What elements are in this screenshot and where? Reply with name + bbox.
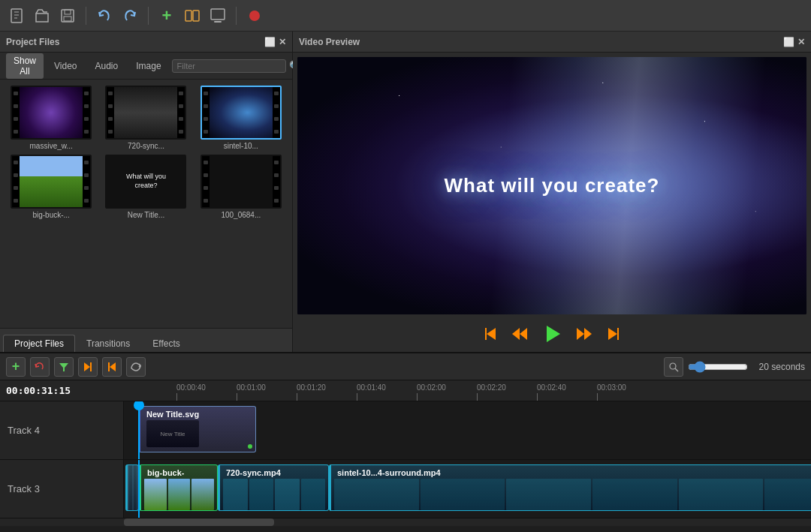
thumb-item-3[interactable]: sintel-10... [196,86,286,150]
timeline-undo-button[interactable] [30,357,50,377]
timeline-zoom-icon [664,357,683,377]
filter-image[interactable]: Image [128,59,168,74]
thumb-label-4: big-buck-... [32,211,69,219]
svg-point-26 [670,363,676,369]
main-toolbar: + [0,0,811,32]
svg-point-11 [249,11,260,21]
current-time-display: 00:00:31:15 [6,385,71,396]
rewind-to-start-button[interactable] [481,325,499,343]
redo-button[interactable] [119,5,140,26]
thumb-label-3: sintel-10... [224,142,258,150]
svg-marker-24 [108,362,110,371]
separator-3 [236,7,237,25]
video-preview-title: Video Preview [299,37,360,47]
vp-minimize-icon[interactable]: ⬜ [783,37,794,47]
filter-audio[interactable]: Audio [88,59,126,74]
open-file-button[interactable] [32,5,53,26]
svg-marker-21 [59,363,68,371]
ruler-mark-2: 00:01:20 [297,383,326,392]
ruler-tick-2 [297,393,297,401]
track-3-label: Track 3 [0,460,124,518]
separator-2 [148,7,149,25]
timeline-panel: + 20 seconds 00:00:31:15 00 [0,352,811,532]
thumb-item-4[interactable]: big-buck-... [6,155,96,219]
clip-sintel[interactable]: sintel-10...4-surround.mp4 [329,464,811,511]
clip-new-title-label: New Title.svg [146,410,199,419]
ruler-mark-1: 00:01:00 [237,383,266,392]
track-4-label: Track 4 [0,401,124,459]
save-file-button[interactable] [57,5,78,26]
tab-effects[interactable]: Effects [141,335,191,352]
ruler-mark-3: 00:01:40 [357,383,386,392]
track-4-clips: New Title.svg New Title [124,401,811,459]
filter-show-all[interactable]: Show All [6,53,44,79]
tab-transitions[interactable]: Transitions [75,335,141,352]
ruler-tick-6 [537,393,538,401]
clip-sintel-label: sintel-10...4-surround.mp4 [337,468,441,477]
record-button[interactable] [244,5,265,26]
vp-close-icon[interactable]: ✕ [797,37,805,47]
svg-line-27 [675,368,678,371]
svg-marker-22 [90,362,92,371]
main-area: Project Files ⬜ ✕ Show All Video Audio I… [0,32,811,352]
svg-rect-5 [65,10,71,14]
svg-marker-17 [577,328,584,340]
svg-rect-10 [214,21,222,23]
undo-button[interactable] [94,5,115,26]
pf-minimize-icon[interactable]: ⬜ [264,37,276,47]
play-button[interactable] [541,323,563,345]
ruler-tick-3 [357,393,357,401]
add-media-button[interactable]: + [156,5,177,26]
thumb-item-1[interactable]: massive_w... [6,86,96,150]
fast-forward-to-end-button[interactable] [605,325,623,343]
clip-big-buck-label: big-buck- [147,468,185,477]
tabs-row: Project Files Transitions Effects [0,328,292,352]
ruler-tick-0 [176,393,177,401]
thumb-label-2: 720-sync... [128,142,164,150]
right-panel: Video Preview ⬜ ✕ What will you create? [293,32,811,352]
ruler-tick-4 [417,393,418,401]
ruler-mark-5: 00:02:20 [477,383,506,392]
thumb-item-5[interactable]: What will you create? New Title... [101,155,191,219]
clip-keyframe-dot [248,444,252,449]
fast-forward-button[interactable] [575,325,593,343]
thumb-item-2[interactable]: 720-sync... [101,86,191,150]
track-3-clips: big-buck- 720-sync.mp4 [124,460,811,518]
svg-rect-9 [211,9,225,20]
clip-new-title-svg[interactable]: New Title.svg New Title [138,406,256,452]
clip-big-buck[interactable]: big-buck- [139,464,218,511]
clip-720-sync[interactable]: 720-sync.mp4 [218,464,329,511]
rewind-button[interactable] [511,325,529,343]
timeline-loop-button[interactable] [126,357,146,377]
new-file-button[interactable] [6,5,27,26]
video-preview-canvas: What will you create? [297,57,806,314]
video-preview-header: Video Preview ⬜ ✕ [293,32,811,53]
svg-marker-20 [617,328,619,340]
timeline-scrollbar[interactable] [0,518,811,526]
thumb-item-6[interactable]: 100_0684... [196,155,286,219]
tab-project-files[interactable]: Project Files [3,335,75,352]
timeline-jump-end-button[interactable] [102,357,122,377]
timeline-jump-start-button[interactable] [78,357,98,377]
timeline-toolbar: + 20 seconds [0,353,811,380]
svg-rect-7 [185,11,191,21]
timeline-add-track-button[interactable]: + [6,357,26,377]
thumb-label-1: massive_w... [30,142,73,150]
svg-marker-16 [547,326,560,342]
ruler-mark-6: 00:02:40 [537,383,566,392]
svg-marker-12 [485,328,487,340]
timeline-filter-button[interactable] [54,357,74,377]
left-panel: Project Files ⬜ ✕ Show All Video Audio I… [0,32,293,352]
preview-overlay-text: What will you create? [445,174,660,197]
export-button[interactable] [207,5,228,26]
ruler-tick-5 [477,393,478,401]
filter-video[interactable]: Video [47,59,84,74]
timeline-zoom-slider[interactable] [688,361,748,373]
clip-m[interactable] [125,464,139,511]
filter-input[interactable] [172,59,286,73]
playback-controls [293,319,811,352]
svg-marker-15 [520,328,527,340]
clip-view-button[interactable] [182,5,203,26]
project-files-title: Project Files [6,37,59,47]
pf-close-icon[interactable]: ✕ [279,37,286,47]
